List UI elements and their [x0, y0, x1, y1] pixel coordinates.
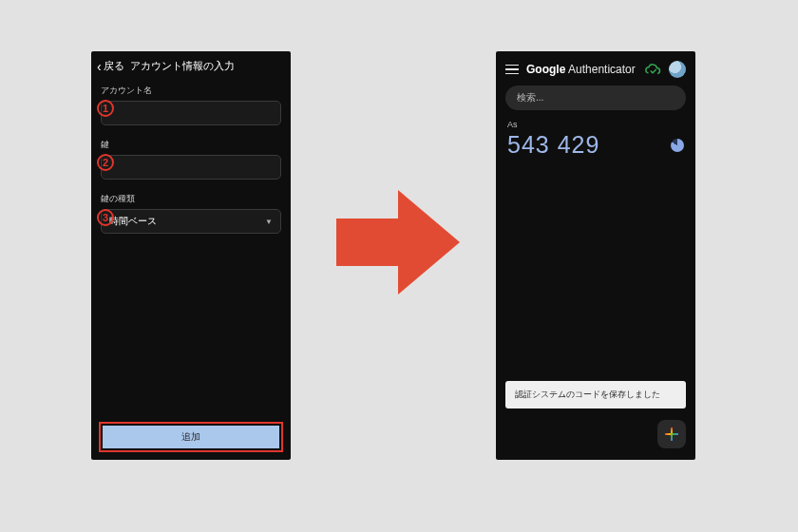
- key-input[interactable]: [101, 155, 281, 180]
- field-account-name: 1 アカウント名: [101, 85, 281, 125]
- cloud-sync-icon[interactable]: [644, 63, 661, 76]
- avatar[interactable]: [669, 61, 686, 78]
- key-type-label: 鍵の種類: [101, 193, 281, 205]
- callout-marker-2: 2: [97, 154, 114, 171]
- page-title: アカウント情報の入力: [130, 59, 235, 73]
- code-entry[interactable]: As 543 429: [496, 110, 695, 159]
- brand-light: Authenticator: [565, 63, 635, 76]
- back-label: 戻る: [104, 59, 124, 73]
- search-placeholder: 検索...: [517, 91, 543, 104]
- toast-message: 認証システムのコードを保存しました: [505, 381, 686, 408]
- add-button-highlight: 追加: [99, 422, 283, 452]
- header: ‹ 戻る アカウント情報の入力: [91, 51, 291, 79]
- add-account-fab[interactable]: [657, 420, 686, 448]
- app-title: Google Authenticator: [526, 63, 636, 76]
- callout-marker-1: 1: [97, 100, 114, 117]
- account-entry-screen: ‹ 戻る アカウント情報の入力 1 アカウント名 2 鍵 3 鍵の種類 時間ベー…: [91, 51, 291, 460]
- field-key: 2 鍵: [101, 139, 281, 180]
- chevron-left-icon: ‹: [97, 60, 102, 73]
- back-button[interactable]: ‹ 戻る: [97, 59, 124, 73]
- menu-icon[interactable]: [505, 65, 519, 75]
- account-label: As: [507, 120, 684, 129]
- form: 1 アカウント名 2 鍵 3 鍵の種類 時間ベース ▼: [91, 79, 291, 234]
- account-name-input[interactable]: [101, 101, 281, 125]
- add-button[interactable]: 追加: [103, 426, 279, 448]
- callout-marker-3: 3: [97, 209, 114, 226]
- brand-bold: Google: [526, 63, 565, 76]
- key-type-select[interactable]: 時間ベース ▼: [101, 209, 281, 234]
- key-label: 鍵: [101, 139, 281, 151]
- totp-code: 543 429: [507, 131, 599, 159]
- code-row: 543 429: [507, 131, 684, 159]
- add-button-label: 追加: [181, 430, 200, 444]
- search-input[interactable]: 検索...: [505, 86, 686, 110]
- toast-text: 認証システムのコードを保存しました: [515, 390, 660, 399]
- arrow-right-icon: [336, 190, 460, 294]
- account-name-label: アカウント名: [101, 85, 281, 97]
- plus-icon: [665, 428, 678, 441]
- key-type-value: 時間ベース: [109, 215, 157, 228]
- authenticator-screen: Google Authenticator 検索... As 543 429 認証…: [496, 51, 695, 460]
- countdown-icon: [671, 139, 684, 152]
- chevron-down-icon: ▼: [265, 218, 273, 226]
- field-key-type: 3 鍵の種類 時間ベース ▼: [101, 193, 281, 234]
- header: Google Authenticator: [496, 51, 695, 86]
